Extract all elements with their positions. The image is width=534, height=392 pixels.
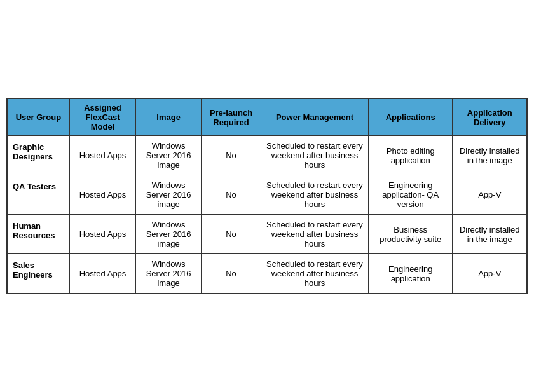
cell-image: Windows Server 2016 image — [136, 175, 202, 215]
header-row: User Group Assigned FlexCast Model Image… — [8, 99, 527, 136]
cell-user-group: Human Resources — [8, 215, 70, 254]
header-flexcast-model: Assigned FlexCast Model — [69, 99, 135, 136]
user-group-name: Sales Engineers — [13, 260, 64, 280]
cell-app-delivery: Directly installed in the image — [453, 215, 527, 254]
header-prelaunch: Pre-launch Required — [202, 99, 261, 136]
header-image: Image — [136, 99, 202, 136]
cell-power-management: Scheduled to restart every weekend after… — [261, 175, 368, 215]
cell-image: Windows Server 2016 image — [136, 215, 202, 254]
cell-power-management: Scheduled to restart every weekend after… — [261, 136, 368, 175]
cell-flexcast-model: Hosted Apps — [69, 175, 135, 215]
table-row: QA TestersHosted AppsWindows Server 2016… — [8, 175, 527, 215]
cell-flexcast-model: Hosted Apps — [69, 254, 135, 294]
cell-applications: Business productivity suite — [368, 215, 453, 254]
data-table: User Group Assigned FlexCast Model Image… — [7, 98, 527, 294]
cell-prelaunch: No — [202, 175, 261, 215]
cell-flexcast-model: Hosted Apps — [69, 136, 135, 175]
table-row: Sales EngineersHosted AppsWindows Server… — [8, 254, 527, 294]
header-user-group: User Group — [8, 99, 70, 136]
cell-applications: Engineering application- QA version — [368, 175, 453, 215]
cell-user-group: QA Testers — [8, 175, 70, 215]
header-power-management: Power Management — [261, 99, 368, 136]
table-row: Human ResourcesHosted AppsWindows Server… — [8, 215, 527, 254]
cell-prelaunch: No — [202, 215, 261, 254]
cell-power-management: Scheduled to restart every weekend after… — [261, 215, 368, 254]
cell-app-delivery: App-V — [453, 175, 527, 215]
cell-user-group: Graphic Designers — [8, 136, 70, 175]
cell-prelaunch: No — [202, 136, 261, 175]
user-group-name: QA Testers — [13, 182, 64, 191]
cell-flexcast-model: Hosted Apps — [69, 215, 135, 254]
cell-user-group: Sales Engineers — [8, 254, 70, 294]
cell-image: Windows Server 2016 image — [136, 136, 202, 175]
cell-applications: Engineering application — [368, 254, 453, 294]
cell-applications: Photo editing application — [368, 136, 453, 175]
cell-image: Windows Server 2016 image — [136, 254, 202, 294]
user-group-name: Graphic Designers — [13, 142, 64, 161]
cell-app-delivery: App-V — [453, 254, 527, 294]
header-app-delivery: Application Delivery — [453, 99, 527, 136]
main-table-wrapper: User Group Assigned FlexCast Model Image… — [6, 98, 528, 294]
cell-prelaunch: No — [202, 254, 261, 294]
header-applications: Applications — [368, 99, 453, 136]
table-row: Graphic DesignersHosted AppsWindows Serv… — [8, 136, 527, 175]
cell-power-management: Scheduled to restart every weekend after… — [261, 254, 368, 294]
cell-app-delivery: Directly installed in the image — [453, 136, 527, 175]
user-group-name: Human Resources — [13, 221, 64, 240]
